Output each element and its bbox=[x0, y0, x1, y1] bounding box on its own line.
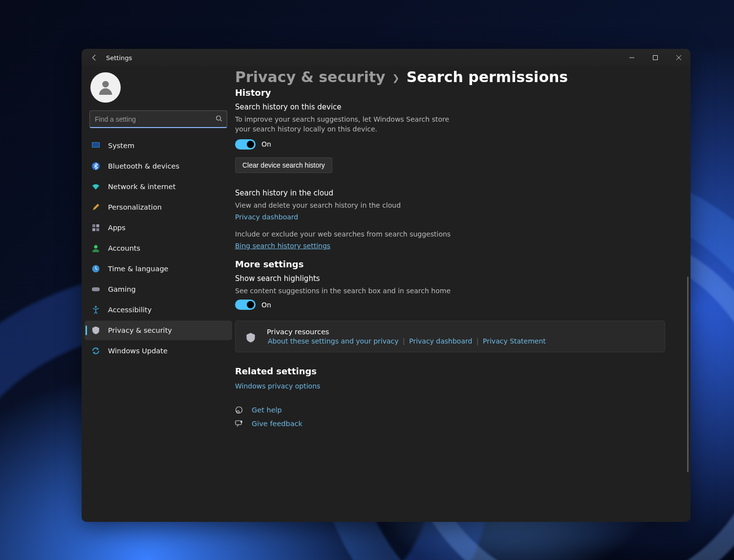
related-link[interactable]: Windows privacy options bbox=[235, 382, 320, 390]
sidebar-item-label: Gaming bbox=[108, 285, 136, 293]
sidebar-item-label: System bbox=[108, 142, 134, 150]
svg-point-2 bbox=[216, 116, 221, 120]
sidebar-item-network[interactable]: Network & internet bbox=[85, 177, 232, 196]
svg-point-1 bbox=[102, 81, 108, 87]
feedback-icon bbox=[235, 420, 244, 428]
sidebar: System Bluetooth & devices Network & int… bbox=[82, 66, 235, 522]
section-history-title: History bbox=[235, 87, 676, 98]
history-device-heading: Search history on this device bbox=[235, 103, 676, 111]
sidebar-item-personalization[interactable]: Personalization bbox=[85, 197, 232, 217]
wifi-icon bbox=[91, 182, 100, 191]
highlights-heading: Show search highlights bbox=[235, 274, 676, 283]
minimize-button[interactable] bbox=[620, 49, 644, 66]
svg-point-10 bbox=[94, 245, 98, 249]
sidebar-item-privacy[interactable]: Privacy & security bbox=[85, 321, 232, 340]
sidebar-item-apps[interactable]: Apps bbox=[85, 218, 232, 237]
sidebar-item-label: Accounts bbox=[108, 244, 140, 252]
update-icon bbox=[91, 346, 100, 355]
give-feedback-link[interactable]: Give feedback bbox=[235, 420, 676, 428]
svg-rect-12 bbox=[92, 287, 100, 291]
svg-rect-6 bbox=[92, 224, 95, 227]
sidebar-item-label: Bluetooth & devices bbox=[108, 162, 179, 170]
settings-window: Settings Syst bbox=[82, 49, 691, 522]
svg-rect-4 bbox=[92, 143, 99, 147]
sidebar-item-label: Accessibility bbox=[108, 306, 151, 314]
apps-icon bbox=[91, 223, 100, 232]
person-icon bbox=[91, 244, 100, 253]
search-icon bbox=[216, 115, 222, 124]
svg-point-17 bbox=[240, 421, 242, 423]
clear-history-button[interactable]: Clear device search history bbox=[235, 157, 332, 173]
sidebar-item-accessibility[interactable]: Accessibility bbox=[85, 300, 232, 320]
person-icon bbox=[96, 78, 115, 97]
history-device-desc: To improve your search suggestions, let … bbox=[235, 114, 460, 134]
breadcrumb: Privacy & security ❯ Search permissions bbox=[235, 68, 676, 88]
card-title: Privacy resources bbox=[267, 328, 547, 336]
back-button[interactable] bbox=[89, 53, 99, 63]
sidebar-item-label: Personalization bbox=[108, 203, 162, 211]
bing-desc: Include or exclude your web searches fro… bbox=[235, 229, 528, 239]
avatar[interactable] bbox=[90, 72, 121, 103]
maximize-icon bbox=[652, 55, 658, 61]
sidebar-item-label: Privacy & security bbox=[108, 326, 172, 334]
minimize-icon bbox=[629, 55, 635, 61]
nav: System Bluetooth & devices Network & int… bbox=[85, 136, 232, 361]
svg-rect-0 bbox=[653, 56, 658, 60]
window-titlebar: Settings bbox=[82, 49, 691, 66]
sidebar-item-system[interactable]: System bbox=[85, 136, 232, 155]
shield-icon bbox=[244, 328, 257, 345]
sidebar-item-label: Network & internet bbox=[108, 183, 175, 191]
sidebar-item-label: Time & language bbox=[108, 265, 169, 273]
sidebar-item-accounts[interactable]: Accounts bbox=[85, 238, 232, 258]
gamepad-icon bbox=[91, 285, 100, 294]
svg-rect-8 bbox=[92, 228, 95, 231]
bing-history-link[interactable]: Bing search history settings bbox=[235, 242, 330, 250]
accessibility-icon bbox=[91, 305, 100, 314]
sidebar-item-label: Windows Update bbox=[108, 347, 168, 355]
sidebar-item-time[interactable]: Time & language bbox=[85, 259, 232, 279]
clock-icon bbox=[91, 264, 100, 273]
history-cloud-desc: View and delete your search history in t… bbox=[235, 200, 460, 210]
svg-rect-7 bbox=[96, 224, 99, 227]
close-button[interactable] bbox=[667, 49, 691, 66]
bluetooth-icon bbox=[91, 162, 100, 171]
toggle-state-label: On bbox=[261, 140, 271, 148]
system-icon bbox=[91, 141, 100, 150]
app-title: Settings bbox=[106, 54, 132, 62]
maximize-button[interactable] bbox=[644, 49, 667, 66]
toggle-state-label: On bbox=[261, 301, 271, 309]
sidebar-item-bluetooth[interactable]: Bluetooth & devices bbox=[85, 156, 232, 176]
privacy-dashboard-link[interactable]: Privacy dashboard bbox=[235, 213, 298, 221]
breadcrumb-parent[interactable]: Privacy & security bbox=[235, 68, 386, 86]
resource-link-about[interactable]: About these settings and your privacy bbox=[268, 337, 399, 345]
section-related-title: Related settings bbox=[235, 366, 676, 376]
history-device-toggle[interactable] bbox=[235, 139, 256, 150]
search-wrap bbox=[89, 110, 227, 128]
highlights-toggle[interactable] bbox=[235, 300, 256, 310]
svg-point-13 bbox=[95, 306, 97, 308]
brush-icon bbox=[91, 203, 100, 212]
highlights-desc: See content suggestions in the search bo… bbox=[235, 286, 528, 296]
arrow-left-icon bbox=[91, 54, 98, 61]
history-cloud-heading: Search history in the cloud bbox=[235, 189, 676, 197]
sidebar-item-label: Apps bbox=[108, 224, 126, 232]
help-icon bbox=[235, 406, 244, 414]
section-more-title: More settings bbox=[235, 259, 676, 269]
privacy-resources-card: Privacy resources About these settings a… bbox=[235, 321, 665, 352]
scrollbar-thumb[interactable] bbox=[687, 277, 689, 472]
page-title: Search permissions bbox=[407, 68, 568, 86]
search-input[interactable] bbox=[89, 110, 227, 128]
shield-icon bbox=[91, 326, 100, 335]
chevron-right-icon: ❯ bbox=[392, 71, 400, 83]
resource-link-dashboard[interactable]: Privacy dashboard bbox=[409, 337, 472, 345]
sidebar-item-gaming[interactable]: Gaming bbox=[85, 280, 232, 299]
content-pane: Privacy & security ❯ Search permissions … bbox=[235, 66, 691, 522]
get-help-link[interactable]: Get help bbox=[235, 406, 676, 414]
close-icon bbox=[676, 55, 682, 61]
sidebar-item-update[interactable]: Windows Update bbox=[85, 341, 232, 361]
resource-link-statement[interactable]: Privacy Statement bbox=[483, 337, 546, 345]
svg-rect-9 bbox=[96, 228, 99, 231]
